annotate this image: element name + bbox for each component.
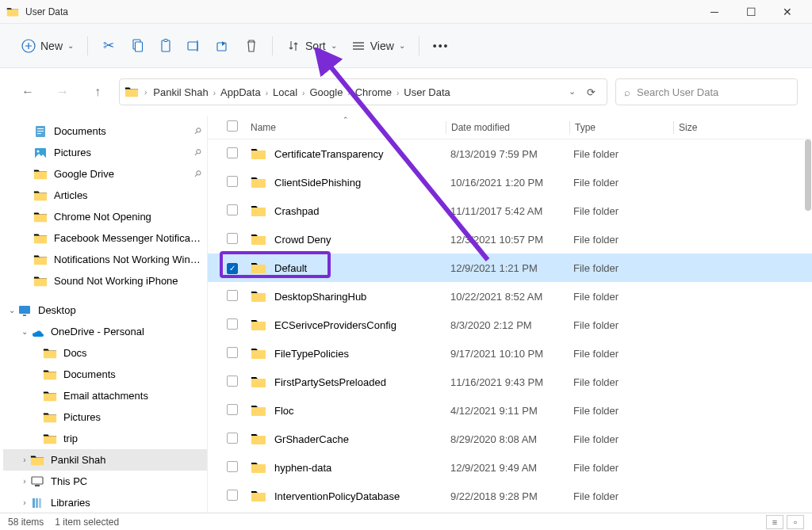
nav-bar: ← → ↑ › Pankil Shah›AppData›Local›Google… (0, 68, 812, 116)
table-row[interactable]: ECSerivceProvidersConfig 8/3/2020 2:12 P… (208, 311, 812, 339)
share-button[interactable] (209, 34, 237, 58)
table-row[interactable]: ✓ Default 12/9/2021 1:21 PM File folder (208, 254, 812, 282)
sidebar-item[interactable]: Chrome Not Opening (3, 206, 207, 227)
file-type: File folder (569, 234, 672, 246)
lib-icon (30, 497, 44, 509)
row-checkbox[interactable] (222, 318, 246, 332)
paste-button[interactable] (151, 34, 180, 58)
sidebar-tree-item[interactable]: ›Pankil Shah (3, 449, 207, 471)
rename-button[interactable] (180, 34, 209, 58)
row-checkbox[interactable] (222, 176, 246, 189)
pic-icon (33, 147, 48, 159)
sidebar-item[interactable]: Facebook Messenger Notifications (3, 227, 207, 249)
trash-icon (244, 39, 259, 53)
chevron-down-icon[interactable]: ⌄ (569, 86, 576, 98)
sidebar-tree-item[interactable]: trip (3, 428, 207, 449)
column-header-size[interactable]: Size (674, 122, 737, 133)
sidebar-tree-item[interactable]: Documents (3, 364, 207, 385)
row-checkbox[interactable] (222, 490, 246, 503)
sidebar-tree-item[interactable]: ›This PC (3, 471, 207, 492)
breadcrumb-segment[interactable]: Local (269, 84, 301, 101)
sort-button[interactable]: Sort ⌄ (279, 34, 344, 58)
scrollbar[interactable] (805, 139, 811, 211)
row-checkbox[interactable] (222, 204, 246, 218)
sidebar[interactable]: Documents⚲Pictures⚲Google Drive⚲Articles… (0, 116, 208, 513)
forward-button[interactable]: → (49, 78, 76, 105)
address-bar[interactable]: › Pankil Shah›AppData›Local›Google›Chrom… (119, 78, 607, 105)
sidebar-tree-item[interactable]: ⌄Desktop (3, 299, 207, 321)
table-row[interactable]: FileTypePolicies 9/17/2021 10:10 PM File… (208, 339, 812, 368)
row-checkbox[interactable] (222, 404, 246, 418)
row-checkbox[interactable] (222, 461, 246, 475)
file-name: Crashpad (274, 205, 319, 217)
chevron-down-icon: ⌄ (67, 41, 74, 50)
sidebar-tree-item[interactable]: Email attachments (3, 385, 207, 406)
expand-icon[interactable]: ⌄ (19, 327, 30, 336)
table-row[interactable]: DesktopSharingHub 10/22/2021 8:52 AM Fil… (208, 282, 812, 311)
refresh-button[interactable]: ⟳ (580, 86, 602, 98)
row-checkbox[interactable]: ✓ (222, 261, 246, 274)
breadcrumb-segment[interactable]: Chrome (351, 84, 396, 101)
view-button[interactable]: View ⌄ (344, 34, 412, 58)
search-input[interactable]: ⌕ Search User Data (615, 78, 798, 105)
thumbnails-view-button[interactable]: ▫ (787, 515, 804, 529)
folder-icon (251, 461, 266, 474)
close-button[interactable]: ✕ (769, 0, 806, 24)
table-row[interactable]: hyphen-data 12/9/2021 9:49 AM File folde… (208, 453, 812, 482)
new-button[interactable]: New ⌄ (14, 34, 81, 58)
details-view-button[interactable]: ≡ (766, 515, 783, 529)
table-row[interactable]: InterventionPolicyDatabase 9/22/2018 9:2… (208, 482, 812, 510)
breadcrumb-segment[interactable]: User Data (400, 84, 454, 101)
folder-icon (251, 204, 266, 217)
minimize-button[interactable]: ─ (696, 0, 733, 24)
folder-icon (251, 433, 266, 445)
breadcrumb-segment[interactable]: AppData (216, 84, 265, 101)
table-row[interactable]: Crowd Deny 12/3/2021 10:57 PM File folde… (208, 225, 812, 254)
expand-icon[interactable]: › (19, 498, 30, 507)
breadcrumb-segment[interactable]: Pankil Shah (149, 84, 212, 101)
table-row[interactable]: Crashpad 11/11/2017 5:42 AM File folder (208, 196, 812, 225)
sidebar-tree-item[interactable]: ›Libraries (3, 492, 207, 513)
breadcrumb-segment[interactable]: Google (305, 84, 347, 101)
delete-button[interactable] (237, 34, 266, 58)
table-row[interactable]: Floc 4/12/2021 9:11 PM File folder (208, 396, 812, 425)
copy-button[interactable] (123, 34, 151, 58)
table-row[interactable]: ClientSidePhishing 10/16/2021 1:20 PM Fi… (208, 168, 812, 196)
svg-rect-10 (37, 133, 41, 134)
select-all-checkbox[interactable] (222, 120, 246, 134)
item-count: 58 items (8, 517, 44, 528)
row-checkbox[interactable] (222, 347, 246, 360)
row-checkbox[interactable] (222, 147, 246, 161)
sidebar-item[interactable]: Articles (3, 185, 207, 206)
sidebar-item-label: Pictures (63, 411, 101, 423)
expand-icon[interactable]: › (19, 456, 30, 464)
file-type: File folder (569, 376, 672, 388)
expand-icon[interactable]: ⌄ (6, 306, 17, 315)
column-header-date[interactable]: Date modified (446, 122, 569, 133)
up-button[interactable]: ↑ (84, 78, 111, 105)
table-row[interactable]: FirstPartySetsPreloaded 11/16/2021 9:43 … (208, 368, 812, 396)
back-button[interactable]: ← (14, 78, 41, 105)
cut-button[interactable]: ✂ (94, 34, 123, 58)
folder-icon (251, 404, 266, 417)
more-button[interactable]: ••• (426, 35, 457, 57)
maximize-button[interactable]: ☐ (733, 0, 769, 24)
sidebar-item[interactable]: Notifications Not Working Windows (3, 249, 207, 270)
sidebar-tree-item[interactable]: Docs (3, 342, 207, 364)
toolbar: New ⌄ ✂ Sort ⌄ View ⌄ ••• (0, 24, 812, 68)
expand-icon[interactable]: › (19, 477, 30, 486)
table-row[interactable]: CertificateTransparency 8/13/2019 7:59 P… (208, 139, 812, 168)
sidebar-item[interactable]: Sound Not Working iPhone (3, 270, 207, 292)
table-row[interactable]: GrShaderCache 8/29/2020 8:08 AM File fol… (208, 425, 812, 453)
column-header-name[interactable]: ⌃ Name (246, 122, 446, 133)
row-checkbox[interactable] (222, 433, 246, 446)
sidebar-tree-item[interactable]: Pictures (3, 406, 207, 428)
row-checkbox[interactable] (222, 233, 246, 246)
column-header-type[interactable]: Type (570, 122, 673, 133)
sidebar-item[interactable]: Google Drive⚲ (3, 163, 207, 185)
row-checkbox[interactable] (222, 376, 246, 389)
sidebar-tree-item[interactable]: ⌄OneDrive - Personal (3, 321, 207, 342)
sidebar-item[interactable]: Documents⚲ (3, 120, 207, 142)
row-checkbox[interactable] (222, 290, 246, 303)
sidebar-item[interactable]: Pictures⚲ (3, 142, 207, 163)
